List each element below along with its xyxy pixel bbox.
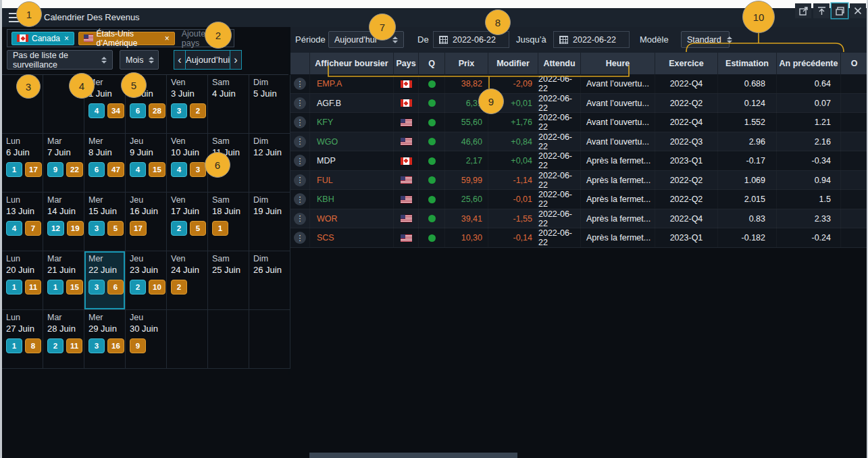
- open-in-new-window-button[interactable]: [795, 3, 811, 18]
- calendar-day-cell[interactable]: [208, 310, 249, 369]
- calendar-day-date: 22 Juin: [88, 265, 125, 275]
- calendar-day-cell[interactable]: Dim 26 Juin: [249, 251, 290, 310]
- calendar-day-cell[interactable]: Mer 15 Juin 3 5: [84, 193, 126, 251]
- change-cell: -1,14: [488, 171, 538, 190]
- calendar-day-cell[interactable]: Ven 3 Juin 3 2: [167, 75, 208, 134]
- calendar-day-cell[interactable]: Ven 24 Juin 2: [167, 251, 208, 310]
- table-row[interactable]: ⋮ KFY 55,60 +1,76 2022-06-22 Avant l’ouv…: [290, 113, 868, 132]
- calendar-day-cell[interactable]: Sam 25 Juin: [208, 251, 249, 310]
- row-menu-button[interactable]: ⋮: [294, 232, 306, 244]
- status-dot: [428, 215, 436, 222]
- country-chip[interactable]: Canada×: [11, 32, 74, 45]
- calendar-day-cell[interactable]: Jeu 9 Juin 4 15: [126, 134, 167, 193]
- ticker-cell[interactable]: WOR: [310, 209, 394, 228]
- calendar-day-cell[interactable]: Sam 18 Juin 1: [208, 193, 249, 251]
- table-row[interactable]: ⋮ AGF.B 6,31 +0,01 2022-06-22 Avant l’ou…: [290, 94, 868, 113]
- table-row[interactable]: ⋮ WGO 46,60 +0,84 2022-06-22 Avant l’ouv…: [290, 132, 868, 152]
- ticker-cell[interactable]: KFY: [310, 113, 394, 132]
- row-menu-button[interactable]: ⋮: [294, 116, 306, 128]
- today-button[interactable]: Aujourd’hui: [186, 51, 230, 69]
- calendar-day-cell[interactable]: Ven 10 Juin 4 3: [167, 134, 208, 193]
- calendar-day-cell[interactable]: Mar 21 Juin 1 15: [43, 251, 84, 310]
- ticker-cell[interactable]: MDP: [310, 151, 394, 170]
- column-header-Modifier[interactable]: Modifier: [488, 53, 538, 74]
- table-row[interactable]: ⋮ KBH 25,60 -0,01 2022-06-22 Après la fe…: [290, 190, 868, 209]
- row-menu-button[interactable]: ⋮: [294, 78, 306, 90]
- estimate-cell: -0.182: [718, 228, 777, 247]
- row-menu-button[interactable]: ⋮: [294, 193, 306, 205]
- country-chip[interactable]: États-Unis d’Amérique×: [78, 32, 175, 45]
- column-header-Prix[interactable]: Prix: [445, 53, 488, 74]
- calendar-day-date: 3 Juin: [171, 88, 207, 99]
- calendar-day-badges: 2: [171, 280, 207, 295]
- calendar-day-cell[interactable]: [167, 310, 208, 369]
- remove-country-icon[interactable]: ×: [64, 34, 69, 43]
- calendar-day-name: Mar: [47, 136, 84, 146]
- table-row[interactable]: ⋮ FUL 59,99 -1,14 2022-06-22 Après la fe…: [290, 171, 868, 190]
- calendar-day-date: 23 Juin: [130, 265, 166, 275]
- row-menu-button[interactable]: ⋮: [294, 97, 306, 109]
- calendar-day-cell[interactable]: Lun 20 Juin 1 11: [2, 251, 43, 310]
- table-row[interactable]: ⋮ MDP 2,17 +0,04 2022-06-22 Après la fer…: [290, 151, 868, 171]
- row-menu-button[interactable]: ⋮: [294, 213, 306, 225]
- ticker-cell[interactable]: FUL: [310, 171, 394, 190]
- calendar-day-name: Lun: [6, 195, 43, 205]
- windows-layout-button[interactable]: [832, 3, 848, 18]
- calendar-day-cell[interactable]: Mer 29 Juin 3 16: [84, 310, 126, 369]
- column-header-Estimation[interactable]: Estimation: [718, 53, 777, 74]
- column-header-Exercice[interactable]: Exercice: [655, 53, 718, 74]
- calendar-day-cell[interactable]: Mar 7 Juin 9 22: [43, 134, 84, 193]
- column-header-Pays[interactable]: Pays: [394, 53, 419, 74]
- row-menu-button[interactable]: ⋮: [294, 136, 306, 148]
- date-to-field[interactable]: 2022-06-22: [553, 31, 630, 48]
- ticker-cell[interactable]: SCS: [310, 228, 394, 247]
- watchlist-select[interactable]: Pas de liste de surveillance: [7, 50, 113, 70]
- column-header-Afficheur boursier[interactable]: Afficheur boursier: [310, 53, 394, 74]
- calendar-view-select[interactable]: Mois: [120, 50, 159, 70]
- horizontal-scrollbar-thumb[interactable]: [309, 453, 517, 458]
- remove-country-icon[interactable]: ×: [165, 34, 170, 43]
- before-open-count-badge: 3: [88, 338, 105, 353]
- table-row[interactable]: ⋮ EMP.A 38,82 -2,09 2022-06-22 Avant l’o…: [290, 74, 868, 94]
- after-close-count-badge: 34: [107, 103, 124, 118]
- dock-window-button[interactable]: [813, 3, 829, 18]
- calendar-day-cell[interactable]: Dim 19 Juin: [249, 193, 290, 251]
- calendar-day-cell[interactable]: Sam 4 Juin: [208, 75, 249, 134]
- column-header-menu[interactable]: [290, 53, 310, 74]
- calendar-day-cell[interactable]: Dim 5 Juin: [249, 75, 290, 134]
- column-header-An précédente[interactable]: An précédente: [777, 53, 841, 74]
- ticker-cell[interactable]: AGF.B: [310, 94, 394, 113]
- country-filter-box[interactable]: Canada×États-Unis d’Amérique×Ajouter un …: [7, 29, 234, 47]
- column-header-Attendu[interactable]: Attendu: [538, 53, 581, 74]
- de-label: De: [417, 27, 429, 53]
- calendar-day-cell[interactable]: Mer 8 Juin 6 47: [84, 134, 126, 193]
- calendar-day-cell[interactable]: Mar 28 Juin 2 11: [43, 310, 84, 369]
- close-button[interactable]: [850, 3, 866, 18]
- calendar-day-cell[interactable]: Dim 12 Juin: [249, 134, 290, 193]
- previous-period-button[interactable]: ‹: [174, 51, 186, 69]
- next-period-button[interactable]: ›: [230, 51, 241, 69]
- row-menu-button[interactable]: ⋮: [294, 155, 306, 167]
- row-menu-button[interactable]: ⋮: [294, 174, 306, 186]
- modele-select[interactable]: Standard: [681, 31, 730, 48]
- column-header-Heure[interactable]: Heure: [581, 53, 655, 74]
- table-row[interactable]: ⋮ WOR 39,41 -1,55 2022-06-22 Après la fe…: [290, 209, 868, 229]
- country-flag-icon: [401, 234, 412, 242]
- ticker-cell[interactable]: KBH: [310, 190, 394, 209]
- calendar-day-cell[interactable]: [249, 310, 290, 369]
- calendar-day-cell[interactable]: Lun 13 Juin 4 7: [2, 193, 43, 251]
- calendar-day-cell[interactable]: Jeu 16 Juin 17: [126, 193, 167, 251]
- calendar-day-cell[interactable]: Lun 27 Juin 1 8: [2, 310, 43, 369]
- calendar-day-cell[interactable]: Mer 22 Juin 3 6: [84, 251, 126, 310]
- column-header-O[interactable]: O: [841, 53, 868, 74]
- column-header-Q[interactable]: Q: [419, 53, 445, 74]
- calendar-day-cell[interactable]: Jeu 23 Juin 2 10: [126, 251, 167, 310]
- calendar-day-cell[interactable]: Mar 14 Juin 12 19: [43, 193, 84, 251]
- ticker-cell[interactable]: EMP.A: [310, 74, 394, 93]
- calendar-day-cell[interactable]: Lun 6 Juin 1 17: [2, 134, 43, 193]
- estimate-cell: -0.17: [718, 151, 777, 170]
- ticker-cell[interactable]: WGO: [310, 132, 394, 151]
- calendar-day-cell[interactable]: Ven 17 Juin 2 5: [167, 193, 208, 251]
- table-row[interactable]: ⋮ SCS 10,30 -0,14 2022-06-22 Après la fe…: [290, 228, 868, 248]
- calendar-day-cell[interactable]: Jeu 30 Juin 9: [126, 310, 167, 369]
